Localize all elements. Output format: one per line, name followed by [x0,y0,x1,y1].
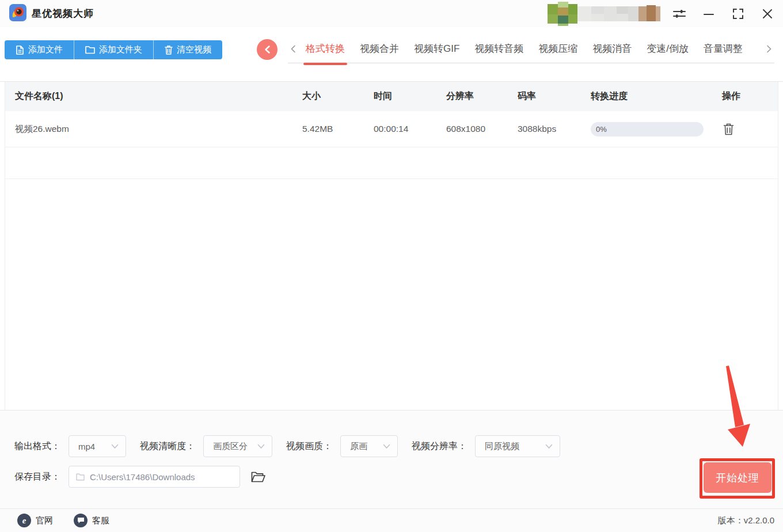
customer-support-label: 客服 [92,515,109,526]
cell-size: 5.42MB [298,124,368,134]
add-folder-label: 添加文件夹 [99,44,142,55]
quality-value: 原画 [350,441,367,452]
resolution-label: 视频分辨率： [412,440,467,453]
quality-select[interactable]: 原画 [340,435,398,457]
cell-duration: 00:00:14 [368,124,440,134]
cell-actions [715,122,767,136]
progress-bar: 0% [591,122,704,136]
clarity-label: 视频清晰度： [140,440,195,453]
quality-label: 视频画质： [286,440,332,453]
resolution-select[interactable]: 同原视频 [475,435,560,457]
close-button[interactable] [761,7,774,20]
output-format-label: 输出格式： [14,440,60,453]
file-actions-group: 添加文件 添加文件夹 清空视频 [5,40,222,59]
tab-format-convert[interactable]: 格式转换 [305,35,346,63]
footer: e 官网 客服 版本：v2.2.0.0 [0,508,783,532]
empty-row [5,147,778,179]
minimize-button[interactable] [702,7,715,20]
folder-icon [76,473,85,481]
header-size: 大小 [298,90,368,102]
start-processing-button[interactable]: 开始处理 [704,462,771,493]
app-title: 星优视频大师 [32,7,94,20]
titlebar-right [548,2,774,26]
close-icon [762,8,773,20]
cell-resolution: 608x1080 [440,124,512,134]
file-icon [16,45,24,55]
table-header-row: 文件名称(1) 大小 时间 分辨率 码率 转换进度 操作 [5,82,778,111]
tabs-bar: 格式转换 视频合并 视频转GIF 视频转音频 视频压缩 视频消音 变速/倒放 音… [288,27,774,64]
header-duration: 时间 [368,90,440,102]
tab-volume-adjust[interactable]: 音量调整 [702,35,744,63]
output-format-select[interactable]: mp4 [69,435,126,457]
clear-videos-label: 清空视频 [177,44,211,55]
maximize-button[interactable] [732,7,744,20]
tab-video-to-audio[interactable]: 视频转音频 [473,35,524,63]
trash-icon [165,45,173,55]
tab-speed-reverse[interactable]: 变速/倒放 [645,35,690,63]
clarity-select[interactable]: 画质区分 [203,435,272,457]
output-settings-panel: 输出格式： mp4 视频清晰度： 画质区分 视频画质： 原画 视频分辨率： 同原… [0,410,783,508]
chevron-right-icon [766,45,772,53]
resolution-value: 同原视频 [485,441,519,452]
header-actions: 操作 [715,90,767,102]
chevron-left-icon [264,45,271,54]
header-resolution: 分辨率 [440,90,512,102]
browser-icon: e [17,514,31,527]
minimize-icon [703,8,714,20]
file-table: 文件名称(1) 大小 时间 分辨率 码率 转换进度 操作 视频26.webm 5… [5,82,778,410]
delete-row-button[interactable] [722,122,735,136]
collapse-panel-button[interactable] [257,39,278,60]
settings-row-1: 输出格式： mp4 视频清晰度： 画质区分 视频画质： 原画 视频分辨率： 同原… [14,435,783,457]
header-file-name: 文件名称(1) [5,90,298,102]
tab-video-mute[interactable]: 视频消音 [591,35,633,63]
header-progress: 转换进度 [585,90,715,102]
table-row[interactable]: 视频26.webm 5.42MB 00:00:14 608x1080 3088k… [5,111,778,147]
settings-sliders-button[interactable] [673,7,686,20]
app-window: 星优视频大师 [0,0,783,532]
user-avatar-blurred[interactable] [548,2,660,26]
customer-support-link[interactable]: 客服 [74,514,109,527]
tabs-scroll-left-button[interactable] [288,45,298,53]
add-file-label: 添加文件 [28,44,63,55]
version-label: 版本：v2.2.0.0 [718,515,774,526]
add-file-button[interactable]: 添加文件 [5,40,74,59]
cell-bitrate: 3088kbps [512,124,585,134]
sliders-icon [673,8,686,20]
clarity-value: 画质区分 [213,441,248,452]
progress-label: 0% [591,122,704,136]
settings-row-2: 保存目录： C:\Users\17486\Downloads [14,466,783,488]
save-dir-value: C:\Users\17486\Downloads [90,472,195,482]
chevron-down-icon [111,444,119,449]
save-dir-input[interactable]: C:\Users\17486\Downloads [69,466,240,488]
chevron-down-icon [545,444,553,449]
chevron-down-icon [257,444,265,449]
output-format-value: mp4 [78,442,95,451]
toolbar-row: 添加文件 添加文件夹 清空视频 格式转换 视频合并 [0,27,783,82]
chat-icon [74,514,88,527]
tab-video-merge[interactable]: 视频合并 [359,35,400,63]
open-folder-icon [251,472,265,482]
app-brand: 星优视频大师 [9,4,94,24]
trash-icon [723,123,734,135]
app-logo-icon [9,4,26,24]
official-website-label: 官网 [36,515,53,526]
add-folder-button[interactable]: 添加文件夹 [74,40,153,59]
chevron-left-icon [290,45,296,53]
cell-file-name: 视频26.webm [5,123,298,135]
tab-video-compress[interactable]: 视频压缩 [537,35,579,63]
maximize-icon [732,8,744,20]
header-bitrate: 码率 [512,90,585,102]
browse-folder-button[interactable] [250,470,267,484]
tab-video-to-gif[interactable]: 视频转GIF [413,35,461,63]
cell-progress: 0% [585,122,715,136]
chevron-down-icon [383,444,390,449]
official-website-link[interactable]: e 官网 [17,514,53,527]
folder-icon [85,45,95,54]
save-dir-label: 保存目录： [14,471,60,483]
tabs-scroll-right-button[interactable] [764,45,774,53]
clear-videos-button[interactable]: 清空视频 [153,40,222,59]
titlebar: 星优视频大师 [0,0,783,27]
